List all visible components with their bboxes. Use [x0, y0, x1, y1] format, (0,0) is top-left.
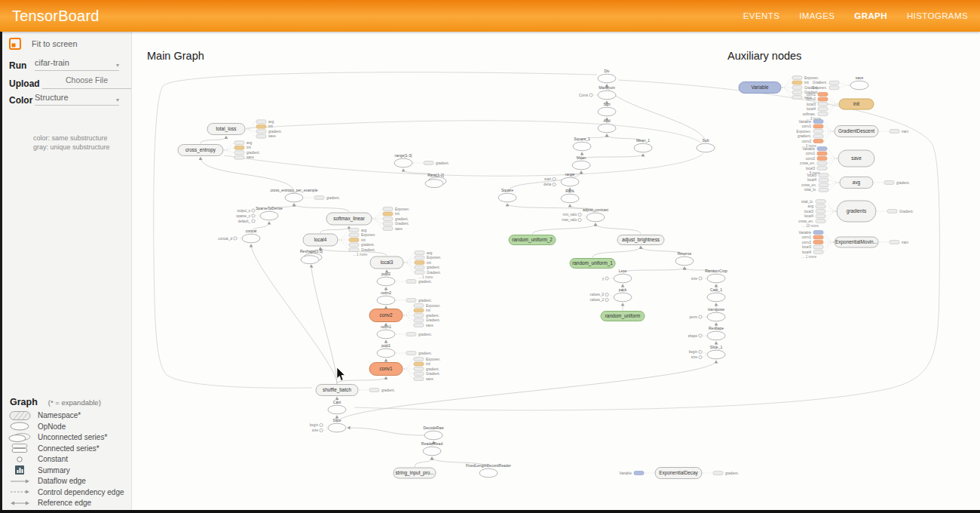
graph-node-concat[interactable]: concatconcat_d	[218, 229, 260, 243]
sidebar: Fit to screen Run cifar-train ▾ Upload C…	[0, 32, 132, 513]
graph-edge	[251, 244, 337, 384]
svg-text:gradients: gradients	[847, 208, 866, 214]
graph-node-adj_bright[interactable]: adjust_brightness	[617, 235, 664, 245]
svg-text:begin: begin	[689, 350, 698, 354]
svg-text:gradient.: gradient.	[725, 472, 739, 475]
graph-canvas[interactable]: total_lossavginitgradient.savecross_entr…	[132, 32, 980, 513]
graph-node-sub[interactable]: Sub	[697, 138, 715, 152]
color-help-text: color: same substructure gray: unique su…	[33, 134, 110, 152]
svg-text:local3: local3	[807, 174, 816, 177]
graph-frame-curve	[154, 72, 597, 389]
graph-node-square1[interactable]: Square_1	[573, 137, 591, 151]
graph-node-square[interactable]: Square	[498, 188, 516, 202]
graph-node-gradients_aux[interactable]: gradientsGradient.total_lo.avglocal3loca…	[798, 200, 914, 228]
graph-node-slice1[interactable]: Slice_1beginsize	[689, 345, 725, 359]
graph-node-ru0[interactable]: random_uniform	[601, 312, 645, 321]
graph-node-reshape_r[interactable]: Reshapeshape	[688, 326, 725, 340]
legend-item-summary: Summary	[0, 465, 132, 476]
svg-text:Slice_1: Slice_1	[710, 345, 723, 349]
graph-node-cepe[interactable]: cross_entropy_per_examplegradient.	[270, 188, 339, 202]
app-title: TensorBoard	[0, 8, 100, 25]
graph-node-ru1[interactable]: random_uniform_1	[570, 259, 615, 269]
svg-text:Maximum: Maximum	[599, 85, 615, 90]
graph-node-cross_entropy[interactable]: cross_entropyavginitgradient.save	[178, 141, 260, 160]
nav-images[interactable]: IMAGES	[799, 11, 835, 20]
graph-edge	[337, 377, 386, 384]
graph-node-slice[interactable]: Slicebeginsize	[310, 418, 346, 432]
svg-text:random_uniform_2: random_uniform_2	[512, 237, 553, 243]
svg-text:gradient.: gradient.	[381, 389, 395, 392]
graph-node-reader[interactable]: ReaderRead	[421, 441, 443, 456]
graph-node-shuffle_batch[interactable]: shuffle_batchgradient.	[316, 385, 395, 396]
graph-node-exp_decay[interactable]: ExponentialDecaygradient.Variable	[619, 468, 738, 479]
run-select[interactable]: cifar-train ▾	[35, 55, 119, 71]
fit-to-screen-button[interactable]: Fit to screen	[9, 38, 78, 50]
svg-text:gradient.: gradient.	[426, 314, 439, 318]
svg-text:output_s: output_s	[237, 209, 250, 213]
graph-node-rcrop[interactable]: RandomCropsize	[691, 269, 727, 283]
graph-node-avg_aux[interactable]: avggradient.local3local4cross_en.total_l…	[801, 174, 910, 192]
svg-text:Reverse: Reverse	[678, 251, 692, 256]
graph-node-adj_contrast[interactable]: adjust_contrastmin_valumax_valu	[562, 207, 608, 222]
graph-node-save_ell[interactable]: saveGradient.Exponen.	[813, 75, 868, 90]
graph-node-save_aux[interactable]: saveVariableconv1conv2cross_en.local3...…	[800, 147, 874, 175]
graph-node-div[interactable]: Div	[598, 69, 616, 83]
svg-text:Variable: Variable	[619, 472, 632, 475]
svg-text:Cast: Cast	[333, 400, 341, 404]
graph-node-cast[interactable]: Cast	[328, 400, 346, 414]
graph-node-range13[interactable]: range[1-3]gradient.	[394, 153, 449, 167]
legend-item-constant: Constant	[0, 454, 132, 465]
graph-node-maximum[interactable]: MaximumConst	[579, 85, 616, 100]
graph-node-transpose[interactable]: transposeperm	[690, 307, 725, 321]
choose-file-button[interactable]: Choose File	[42, 72, 131, 89]
graph-node-total_loss[interactable]: total_lossavginitgradient.save	[207, 120, 282, 139]
graph-node-conv1[interactable]: conv1Exponen.initgradient.Gradient.save	[369, 358, 440, 381]
graph-edge	[201, 137, 226, 144]
graph-node-softmax_linear[interactable]: softmax_linearExponen.initgradient.Gradi…	[326, 207, 409, 231]
svg-text:SparseToDense: SparseToDense	[256, 206, 283, 210]
graph-node-pool1[interactable]: pool1gradient.	[377, 343, 432, 358]
graph-node-rank[interactable]: Rank	[561, 189, 579, 203]
graph-node-reverse[interactable]: Reverse	[675, 251, 694, 266]
graph-node-norm2[interactable]: norm2gradient.	[377, 290, 432, 305]
svg-text:string_input_pro...: string_input_pro...	[395, 470, 433, 476]
graph-node-sparse[interactable]: SparseToDenseoutput_ssparse_vdefault_	[236, 206, 283, 223]
graph-node-gdesc[interactable]: GradientDescenttrainVariableconv1Exponen…	[797, 120, 909, 148]
graph-node-expmov[interactable]: ExponentialMovin...trainVariableconv1con…	[798, 231, 908, 259]
svg-text:local4: local4	[804, 214, 813, 218]
legend-note: (* = expandable)	[48, 398, 101, 407]
graph-node-reshape13[interactable]: Reshape[1-3]	[300, 249, 323, 264]
svg-text:GradientDescent: GradientDescent	[838, 128, 874, 134]
svg-text:softmax_linear: softmax_linear	[333, 216, 365, 222]
svg-text:total_lo.: total_lo.	[804, 188, 816, 192]
svg-text:Mean_1: Mean_1	[636, 138, 650, 143]
graph-node-range_op[interactable]: rangestartdelta	[544, 172, 579, 186]
graph-node-mean1[interactable]: Mean_1	[634, 138, 652, 152]
svg-text:Square: Square	[501, 188, 513, 192]
nav-graph[interactable]: GRAPH	[854, 11, 887, 20]
svg-text:cross_en.: cross_en.	[798, 220, 813, 223]
run-value: cifar-train	[35, 58, 69, 67]
legend-item-reference-edge: Reference edge	[0, 498, 132, 509]
graph-node-decode[interactable]: DecodeRaw	[423, 425, 444, 440]
graph-node-string_input[interactable]: string_input_pro...	[394, 468, 436, 478]
nav-histograms[interactable]: HISTOGRAMS	[907, 11, 968, 20]
graph-node-flrr[interactable]: FixedLengthRecordReader	[466, 463, 511, 478]
color-select[interactable]: Structure ▾	[35, 90, 119, 106]
graph-node-ru2[interactable]: random_uniform_2	[509, 235, 556, 245]
color-value: Structure	[35, 93, 69, 102]
svg-text:save: save	[426, 324, 433, 327]
svg-text:norm1: norm1	[381, 324, 391, 329]
graph-edge	[415, 457, 432, 467]
legend-item-opnode: OpNode	[0, 421, 132, 432]
edge-data-icon	[6, 476, 35, 487]
graph-node-rank12[interactable]: Rank[1-2]	[425, 173, 446, 188]
svg-text:Reshape[1-3]: Reshape[1-3]	[300, 249, 323, 253]
svg-text:DecodeRaw: DecodeRaw	[423, 425, 444, 430]
graph-node-cast1[interactable]: Cast_1	[707, 287, 725, 302]
nav-events[interactable]: EVENTS	[743, 11, 779, 20]
graph-node-add[interactable]: Add	[598, 118, 616, 133]
graph-node-pack[interactable]: packvalues_0values_2	[590, 287, 632, 302]
graph-node-sqrt[interactable]: Sqrt	[598, 102, 616, 116]
graph-node-conv2[interactable]: conv2Exponen.initgradient.Gradient.save	[369, 304, 440, 327]
